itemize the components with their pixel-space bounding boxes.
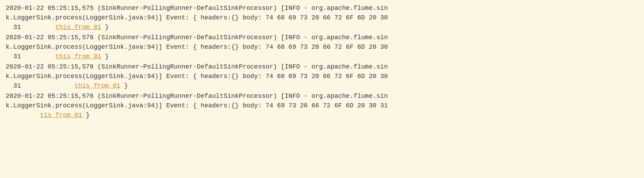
log-line: k.LoggerSink.process(LoggerSink.java:94)… [6, 101, 638, 111]
log-entry-1: 2020-01-22 05:25:15,575 (SinkRunner-Poll… [6, 4, 638, 32]
log-highlight-text: this from 01 [74, 82, 120, 89]
log-line: 2020-01-22 05:25:15,576 (SinkRunner-Poll… [6, 62, 638, 72]
log-line: k.LoggerSink.process(LoggerSink.java:94)… [6, 42, 638, 52]
log-line-suffix: } [120, 82, 128, 89]
log-container: 2020-01-22 05:25:15,575 (SinkRunner-Poll… [6, 4, 638, 120]
log-line: k.LoggerSink.process(LoggerSink.java:94)… [6, 72, 638, 81]
log-line-prefix: 31 [6, 53, 55, 60]
log-line-suffix: } [82, 112, 90, 119]
log-line-suffix: } [101, 24, 109, 31]
log-line-prefix: 31 [6, 82, 74, 89]
log-entry-2: 2020-01-22 05:25:15,576 (SinkRunner-Poll… [6, 33, 638, 61]
log-line-highlight: 31 this from 01 } [6, 23, 638, 32]
log-line-highlight: 31 this from 01 } [6, 52, 638, 61]
log-line: 2020-01-22 05:25:15,575 (SinkRunner-Poll… [6, 4, 638, 13]
log-line-highlight: tis from 01 } [6, 111, 638, 120]
log-line: 2020-01-22 05:25:15,576 (SinkRunner-Poll… [6, 33, 638, 42]
log-line-prefix [6, 112, 40, 119]
log-line-prefix: 31 [6, 24, 55, 31]
log-highlight-text: this from 01 [55, 24, 101, 31]
log-entry-3: 2020-01-22 05:25:15,576 (SinkRunner-Poll… [6, 62, 638, 91]
log-line-highlight: 31 this from 01 } [6, 81, 638, 91]
log-line: 2020-01-22 05:25:15,576 (SinkRunner-Poll… [6, 91, 638, 101]
log-entry-4: 2020-01-22 05:25:15,576 (SinkRunner-Poll… [6, 91, 638, 120]
log-highlight-text: tis from 01 [40, 112, 82, 119]
log-line: k.LoggerSink.process(LoggerSink.java:94)… [6, 13, 638, 23]
log-highlight-text: this from 01 [55, 53, 101, 60]
log-line-suffix: } [101, 53, 109, 60]
